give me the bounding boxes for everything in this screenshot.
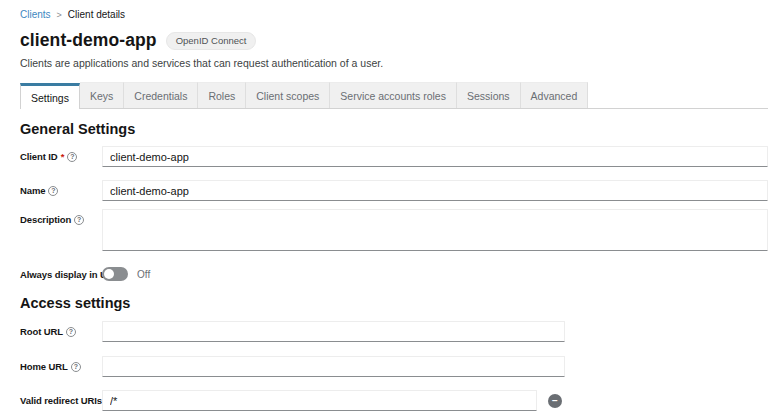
protocol-badge: OpenID Connect — [166, 32, 257, 50]
tab-settings[interactable]: Settings — [20, 83, 80, 109]
tab-bar: Settings Keys Credentials Roles Client s… — [20, 82, 768, 109]
page-title: client-demo-app — [20, 30, 157, 51]
home-url-label: Home URL — [20, 361, 68, 372]
tab-sessions[interactable]: Sessions — [457, 82, 521, 108]
valid-redirect-uris-row: Valid redirect URIs ? − + Add valid redi… — [20, 390, 768, 411]
tab-advanced[interactable]: Advanced — [521, 82, 589, 108]
name-input[interactable] — [102, 180, 768, 201]
help-icon[interactable]: ? — [67, 152, 77, 162]
valid-redirect-uris-label-group: Valid redirect URIs ? — [20, 390, 102, 406]
page-description: Clients are applications and services th… — [0, 51, 768, 69]
home-url-row: Home URL ? — [20, 356, 768, 377]
always-display-label-group: Always display in UI ? — [20, 264, 102, 280]
help-icon[interactable]: ? — [48, 186, 58, 196]
minus-circle-icon: − — [552, 396, 558, 406]
name-label: Name — [20, 185, 45, 196]
breadcrumb-link-clients[interactable]: Clients — [20, 9, 51, 20]
toggle-knob — [104, 269, 114, 279]
remove-redirect-uri-button[interactable]: − — [548, 394, 562, 408]
redirect-uri-input[interactable] — [102, 390, 537, 411]
always-display-label: Always display in UI — [20, 269, 109, 280]
tab-service-accounts-roles[interactable]: Service accounts roles — [330, 82, 457, 108]
tab-client-scopes[interactable]: Client scopes — [246, 82, 330, 108]
description-label-group: Description ? — [20, 209, 102, 225]
always-display-state: Off — [137, 269, 150, 280]
root-url-row: Root URL ? — [20, 321, 768, 342]
client-id-input[interactable] — [102, 146, 768, 167]
client-id-label: Client ID — [20, 151, 58, 162]
description-textarea[interactable] — [102, 209, 768, 251]
help-icon[interactable]: ? — [74, 215, 84, 225]
name-label-group: Name ? — [20, 180, 102, 196]
breadcrumb-current: Client details — [68, 9, 125, 20]
always-display-row: Always display in UI ? Off — [20, 264, 768, 281]
general-settings-heading: General Settings — [20, 121, 768, 137]
client-id-row: Client ID * ? — [20, 146, 768, 167]
name-row: Name ? — [20, 180, 768, 201]
tab-keys[interactable]: Keys — [80, 82, 124, 108]
description-row: Description ? — [20, 209, 768, 251]
tab-credentials[interactable]: Credentials — [124, 82, 198, 108]
home-url-label-group: Home URL ? — [20, 356, 102, 372]
valid-redirect-uris-label: Valid redirect URIs — [20, 395, 102, 406]
required-indicator: * — [61, 151, 65, 162]
client-id-label-group: Client ID * ? — [20, 146, 102, 162]
breadcrumb-separator: > — [57, 10, 62, 20]
description-label: Description — [20, 214, 71, 225]
home-url-input[interactable] — [102, 356, 565, 377]
page-header: client-demo-app OpenID Connect — [0, 20, 768, 51]
breadcrumb: Clients > Client details — [0, 0, 768, 20]
always-display-toggle[interactable] — [102, 267, 128, 281]
root-url-label: Root URL — [20, 326, 63, 337]
root-url-label-group: Root URL ? — [20, 321, 102, 337]
help-icon[interactable]: ? — [66, 327, 76, 337]
help-icon[interactable]: ? — [71, 362, 81, 372]
access-settings-heading: Access settings — [20, 295, 768, 311]
root-url-input[interactable] — [102, 321, 565, 342]
client-details-page: Clients > Client details client-demo-app… — [0, 0, 768, 411]
tab-roles[interactable]: Roles — [198, 82, 246, 108]
